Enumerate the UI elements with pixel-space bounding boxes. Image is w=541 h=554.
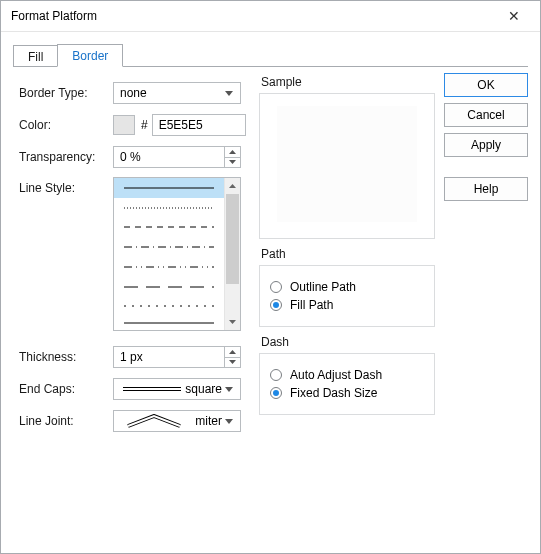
tab-border[interactable]: Border <box>57 44 123 67</box>
path-group: Outline Path Fill Path <box>259 265 435 327</box>
thickness-spin-buttons <box>224 347 240 367</box>
label-path: Path <box>259 247 435 261</box>
dialog-body: Fill Border Border Type: none Color: <box>1 32 540 553</box>
line-style-item-dash-dot[interactable] <box>114 237 224 257</box>
row-end-caps: End Caps: square <box>19 377 251 401</box>
line-style-item-solid2[interactable] <box>114 316 224 330</box>
chevron-down-icon <box>222 419 236 424</box>
border-type-value: none <box>120 86 222 100</box>
spin-down-icon[interactable] <box>225 358 240 368</box>
sample-swatch <box>277 106 417 222</box>
line-style-item-dotted-fine[interactable] <box>114 198 224 218</box>
radio-icon <box>270 299 282 311</box>
apply-button[interactable]: Apply <box>444 133 528 157</box>
row-line-joint: Line Joint: miter <box>19 409 251 433</box>
radio-auto-adjust-dash[interactable]: Auto Adjust Dash <box>270 368 424 382</box>
label-line-style: Line Style: <box>19 177 113 195</box>
end-caps-preview-icon <box>120 385 183 393</box>
label-fixed-dash-size: Fixed Dash Size <box>290 386 377 400</box>
scroll-down-icon[interactable] <box>225 314 240 330</box>
label-outline-path: Outline Path <box>290 280 356 294</box>
line-style-scrollbar[interactable] <box>224 178 240 330</box>
scroll-thumb[interactable] <box>226 194 239 284</box>
label-sample: Sample <box>259 75 435 89</box>
radio-fill-path[interactable]: Fill Path <box>270 298 424 312</box>
line-style-item-dotted-space[interactable] <box>114 296 224 316</box>
ok-button[interactable]: OK <box>444 73 528 97</box>
scroll-up-icon[interactable] <box>225 178 240 194</box>
transparency-spin-buttons <box>224 147 240 167</box>
radio-outline-path[interactable]: Outline Path <box>270 280 424 294</box>
line-joint-preview-icon <box>120 414 193 428</box>
transparency-spin[interactable]: 0 % <box>113 146 241 168</box>
line-style-item-dash-dot-dot[interactable] <box>114 257 224 277</box>
radio-icon <box>270 281 282 293</box>
label-color: Color: <box>19 118 113 132</box>
cancel-button[interactable]: Cancel <box>444 103 528 127</box>
titlebar: Format Platform ✕ <box>1 1 540 31</box>
chevron-down-icon <box>222 91 236 96</box>
end-caps-value: square <box>185 382 222 396</box>
end-caps-combo[interactable]: square <box>113 378 241 400</box>
radio-fixed-dash-size[interactable]: Fixed Dash Size <box>270 386 424 400</box>
tabs: Fill Border <box>13 42 528 66</box>
help-button[interactable]: Help <box>444 177 528 201</box>
line-joint-value: miter <box>195 414 222 428</box>
thickness-value: 1 px <box>114 347 224 367</box>
close-icon[interactable]: ✕ <box>496 8 532 24</box>
line-style-items <box>114 178 224 330</box>
line-style-item-solid[interactable] <box>114 178 224 198</box>
label-border-type: Border Type: <box>19 86 113 100</box>
border-type-combo[interactable]: none <box>113 82 241 104</box>
spin-up-icon[interactable] <box>225 347 240 358</box>
format-platform-window: Format Platform ✕ Fill Border Border Typ… <box>0 0 541 554</box>
color-swatch[interactable] <box>113 115 135 135</box>
row-thickness: Thickness: 1 px <box>19 345 251 369</box>
line-style-item-dash-short[interactable] <box>114 217 224 237</box>
line-joint-combo[interactable]: miter <box>113 410 241 432</box>
row-border-type: Border Type: none <box>19 81 251 105</box>
hash-icon: # <box>141 118 148 132</box>
tab-fill[interactable]: Fill <box>13 45 58 67</box>
radio-icon <box>270 387 282 399</box>
left-column: Border Type: none Color: # E5E5E5 Tr <box>19 81 251 441</box>
row-line-style: Line Style: <box>19 177 251 331</box>
row-transparency: Transparency: 0 % <box>19 145 251 169</box>
dash-group: Auto Adjust Dash Fixed Dash Size <box>259 353 435 415</box>
thickness-spin[interactable]: 1 px <box>113 346 241 368</box>
label-line-joint: Line Joint: <box>19 414 113 428</box>
middle-column: Sample Path Outline Path Fill Path Dash <box>259 75 435 423</box>
transparency-value: 0 % <box>114 147 224 167</box>
tab-content: Border Type: none Color: # E5E5E5 Tr <box>13 67 528 541</box>
spin-up-icon[interactable] <box>225 147 240 158</box>
chevron-down-icon <box>222 387 236 392</box>
scroll-track[interactable] <box>225 194 240 314</box>
label-fill-path: Fill Path <box>290 298 333 312</box>
radio-icon <box>270 369 282 381</box>
line-style-item-dash-long[interactable] <box>114 277 224 297</box>
row-color: Color: # E5E5E5 <box>19 113 251 137</box>
label-thickness: Thickness: <box>19 350 113 364</box>
label-auto-adjust-dash: Auto Adjust Dash <box>290 368 382 382</box>
sample-box <box>259 93 435 239</box>
spin-down-icon[interactable] <box>225 158 240 168</box>
label-dash: Dash <box>259 335 435 349</box>
color-hex-input[interactable]: E5E5E5 <box>152 114 246 136</box>
label-transparency: Transparency: <box>19 150 113 164</box>
right-column: OK Cancel Apply Help <box>444 73 528 207</box>
window-title: Format Platform <box>11 9 97 23</box>
label-end-caps: End Caps: <box>19 382 113 396</box>
line-style-listbox[interactable] <box>113 177 241 331</box>
